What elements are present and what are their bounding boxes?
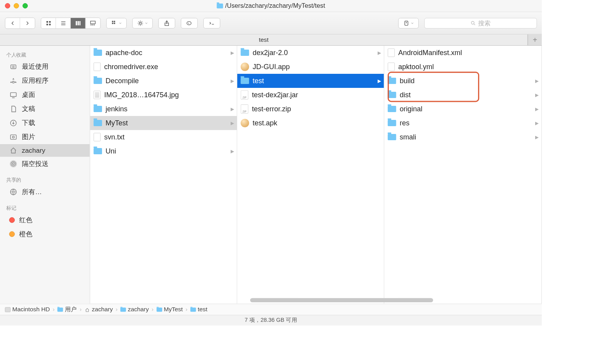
sidebar-tag-orange[interactable]: 橙色 xyxy=(0,227,90,241)
file-row[interactable]: chromedriver.exe xyxy=(90,60,236,74)
file-row[interactable]: dist▸ xyxy=(384,88,541,102)
path-segment[interactable]: MyTest xyxy=(156,306,183,313)
icon-view-button[interactable] xyxy=(41,18,56,28)
svg-rect-22 xyxy=(11,65,16,69)
network-icon xyxy=(9,188,18,195)
sidebar-item-downloads[interactable]: 下载 xyxy=(0,116,90,130)
svg-point-18 xyxy=(188,23,189,23)
svg-rect-8 xyxy=(91,24,92,25)
file-row[interactable]: apktool.yml xyxy=(384,60,541,74)
folder-icon xyxy=(57,307,63,312)
svg-rect-5 xyxy=(77,21,79,25)
sidebar: 个人收藏 最近使用应用程序桌面文稿下载图片zachary隔空投送 共享的 所有…… xyxy=(0,46,90,304)
list-view-button[interactable] xyxy=(56,18,71,28)
folder-icon xyxy=(120,307,126,312)
sidebar-item-home[interactable]: zachary xyxy=(0,144,90,157)
file-row[interactable]: smali▸ xyxy=(384,130,541,144)
chevron-right-icon: ▸ xyxy=(535,91,539,99)
sidebar-tag-red[interactable]: 红色 xyxy=(0,213,90,227)
columns-view: apache-doc▸chromedriver.exeDecompile▸IMG… xyxy=(90,46,542,304)
file-row[interactable]: jenkins▸ xyxy=(90,102,236,116)
column-1[interactable]: apache-doc▸chromedriver.exeDecompile▸IMG… xyxy=(90,46,237,304)
svg-point-23 xyxy=(13,81,14,83)
path-label: MyTest xyxy=(164,306,183,313)
close-window-button[interactable] xyxy=(5,3,10,8)
svg-rect-11 xyxy=(112,21,113,22)
new-tab-button[interactable]: + xyxy=(528,34,542,45)
folder-icon xyxy=(388,134,396,140)
app-icon xyxy=(241,62,249,71)
file-row[interactable]: test-dex2jar.jar xyxy=(237,88,384,102)
home-icon xyxy=(84,307,90,312)
share-button[interactable] xyxy=(158,18,175,28)
back-button[interactable] xyxy=(5,18,20,28)
tags-button[interactable] xyxy=(181,18,198,28)
file-row[interactable]: test.apk xyxy=(237,116,384,130)
path-segment[interactable]: zachary xyxy=(120,306,149,313)
tab-test[interactable]: test xyxy=(0,34,528,45)
file-row[interactable]: MyTest▸ xyxy=(90,116,236,130)
path-separator-icon: › xyxy=(186,306,188,313)
path-segment[interactable]: 用户 xyxy=(57,305,77,314)
sidebar-item-airdrop[interactable]: 隔空投送 xyxy=(0,157,90,171)
zoom-window-button[interactable] xyxy=(23,3,28,8)
search-placeholder: 搜索 xyxy=(478,19,491,27)
file-row[interactable]: dex2jar-2.0▸ xyxy=(237,46,384,60)
action-button[interactable] xyxy=(132,18,152,28)
folder-icon xyxy=(93,106,102,112)
minimize-window-button[interactable] xyxy=(14,3,19,8)
sidebar-item-desktop[interactable]: 桌面 xyxy=(0,88,90,102)
chevron-right-icon: ▸ xyxy=(535,119,539,127)
terminal-button[interactable] xyxy=(203,18,220,28)
path-label: Macintosh HD xyxy=(13,306,50,313)
traffic-lights xyxy=(5,3,28,8)
horizontal-scrollbar[interactable] xyxy=(180,298,540,302)
folder-icon xyxy=(388,92,396,98)
column-2[interactable]: dex2jar-2.0▸JD-GUI.apptest▸test-dex2jar.… xyxy=(237,46,384,304)
window-path-text: /Users/zachary/zachary/MyTest/test xyxy=(225,2,325,9)
recents-icon xyxy=(9,63,18,70)
file-row[interactable]: original▸ xyxy=(384,102,541,116)
gallery-view-button[interactable] xyxy=(86,18,100,28)
file-row[interactable]: apache-doc▸ xyxy=(90,46,236,60)
file-row[interactable]: Decompile▸ xyxy=(90,74,236,88)
path-segment[interactable]: zachary xyxy=(84,306,113,313)
sidebar-item-pictures[interactable]: 图片 xyxy=(0,130,90,144)
file-row[interactable]: svn.txt xyxy=(90,130,236,144)
file-row[interactable]: Uni▸ xyxy=(90,144,236,158)
svg-rect-13 xyxy=(112,23,113,24)
arrange-button[interactable] xyxy=(106,18,127,28)
sidebar-item-documents[interactable]: 文稿 xyxy=(0,102,90,116)
dropbox-button[interactable] xyxy=(398,18,419,28)
sidebar-item-recents[interactable]: 最近使用 xyxy=(0,60,90,74)
folder-icon xyxy=(156,307,162,312)
forward-button[interactable] xyxy=(20,18,35,28)
tab-bar: test + xyxy=(0,34,542,46)
search-input[interactable]: 搜索 xyxy=(424,18,537,28)
column-view-button[interactable] xyxy=(71,18,86,28)
path-separator-icon: › xyxy=(80,306,82,313)
file-row[interactable]: build▸ xyxy=(384,74,541,88)
hd-icon xyxy=(5,307,11,312)
column-3[interactable]: AndroidManifest.xmlapktool.ymlbuild▸dist… xyxy=(384,46,542,304)
app-icon xyxy=(241,119,249,127)
titlebar: /Users/zachary/zachary/MyTest/test xyxy=(0,0,542,12)
file-row[interactable]: AndroidManifest.xml xyxy=(384,46,541,60)
file-row[interactable]: test▸ xyxy=(237,74,384,88)
file-row[interactable]: test-error.zip xyxy=(237,102,384,116)
file-row[interactable]: JD-GUI.app xyxy=(237,60,384,74)
sidebar-item-network[interactable]: 所有… xyxy=(0,185,90,199)
folder-icon xyxy=(388,106,396,112)
sidebar-item-label: 图片 xyxy=(22,132,35,141)
toolbar: 搜索 xyxy=(0,12,542,35)
path-segment[interactable]: Macintosh HD xyxy=(5,306,50,313)
svg-rect-1 xyxy=(49,21,50,23)
sidebar-item-label: 所有… xyxy=(22,187,42,196)
file-row[interactable]: IMG_2018…164754.jpg xyxy=(90,88,236,102)
path-segment[interactable]: test xyxy=(190,306,208,313)
file-icon xyxy=(93,133,100,141)
file-name: res xyxy=(400,119,409,127)
file-name: test-dex2jar.jar xyxy=(252,91,298,99)
file-row[interactable]: res▸ xyxy=(384,116,541,130)
sidebar-item-apps[interactable]: 应用程序 xyxy=(0,74,90,88)
